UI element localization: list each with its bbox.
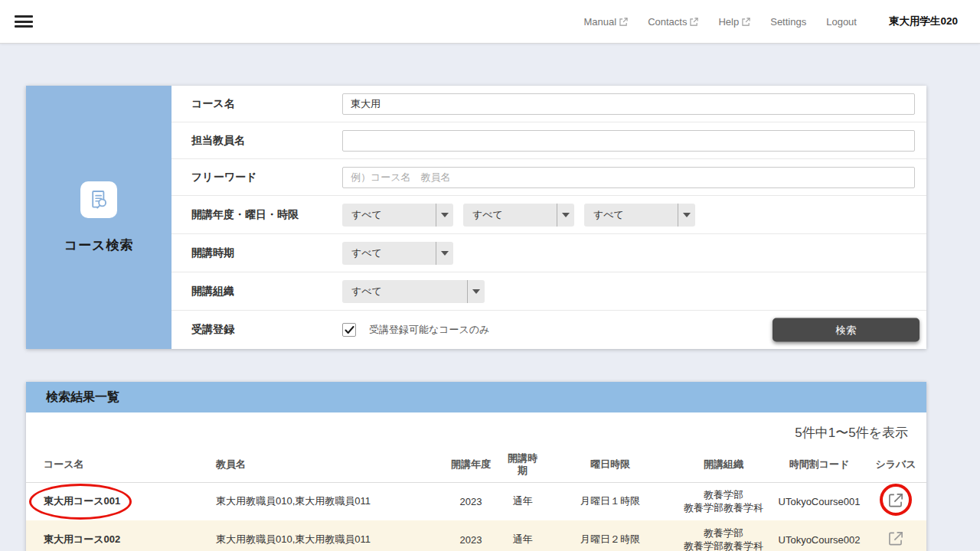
chevron-down-icon [436,204,453,227]
chevron-down-icon [467,280,485,303]
form-row-year-day-period: 開講年度・曜日・時限 すべて すべて すべて [172,196,926,234]
nav-help-link[interactable]: Help [718,16,750,28]
external-link-icon [619,18,628,26]
organization-cell: 教養学部 教養学部教養学科 [674,520,773,551]
syllabus-cell [865,482,926,520]
teacher-name-input[interactable] [342,130,915,152]
logged-in-username: 東大用学生020 [889,15,958,28]
external-link-icon [742,18,750,26]
nav-contacts-link[interactable]: Contacts [648,16,698,28]
syllabus-cell [865,520,926,551]
course-name-link[interactable]: 東大用コース001 [26,482,210,520]
teachers-cell: 東大用教職員010,東大用教職員011 [210,482,443,520]
results-header: 検索結果一覧 [26,382,926,412]
hamburger-menu-icon[interactable] [15,15,33,28]
results-table-header-row: コース名 教員名 開講年度 開講時期 曜日時限 開講組織 時間割コード シラバス [26,447,926,482]
year-day-period-label: 開講年度・曜日・時限 [172,208,342,222]
column-header-syllabus: シラバス [865,447,926,482]
term-cell: 通年 [498,520,547,551]
term-select[interactable]: すべて [342,242,453,265]
year-select[interactable]: すべて [342,204,453,227]
results-title: 検索結果一覧 [46,390,119,406]
chevron-down-icon [436,242,453,265]
column-header-year: 開講年度 [443,447,498,482]
form-row-course-name: コース名 [172,86,926,122]
year-cell: 2023 [443,520,498,551]
registration-checkbox[interactable] [342,323,356,337]
results-table: コース名 教員名 開講年度 開講時期 曜日時限 開講組織 時間割コード シラバス… [26,447,926,551]
day-select[interactable]: すべて [463,204,574,227]
organization-label: 開講組織 [172,285,342,298]
column-header-term: 開講時期 [498,447,547,482]
course-name-label: コース名 [172,97,342,111]
day-select-value: すべて [463,208,557,222]
teacher-name-label: 担当教員名 [172,134,342,148]
day-period-cell: 月曜日１時限 [547,482,674,520]
timetable-code-cell: UTokyoCourse002 [773,520,865,551]
search-form: コース名 担当教員名 フリーワード 開講年度・曜日・時限 すべて [172,86,926,349]
nav-logout-label: Logout [826,16,857,28]
column-header-day-period: 曜日時限 [547,447,674,482]
term-cell: 通年 [498,482,547,520]
registration-checkbox-label: 受講登録可能なコースのみ [369,323,490,337]
external-link-icon [690,18,698,26]
course-search-panel: コース検索 コース名 担当教員名 フリーワード 開講年度・曜日・時限 す [26,86,926,349]
nav-manual-link[interactable]: Manual [584,16,629,28]
term-label: 開講時期 [172,246,342,260]
period-select-value: すべて [584,208,678,222]
form-row-free-word: フリーワード [172,159,926,196]
nav-settings-link[interactable]: Settings [770,16,806,28]
column-header-organization: 開講組織 [674,447,773,482]
year-select-value: すべて [342,208,436,222]
free-word-input[interactable] [342,167,915,188]
day-period-cell: 月曜日２時限 [547,520,674,551]
course-name-link[interactable]: 東大用コース002 [26,520,210,551]
organization-select-value: すべて [342,285,467,298]
term-select-value: すべて [342,246,436,260]
search-button[interactable]: 検索 [773,318,920,342]
search-results-panel: 検索結果一覧 5件中1〜5件を表示 コース名 教員名 開講年度 開講時期 曜日時… [26,382,926,551]
column-header-teachers: 教員名 [210,447,443,482]
nav-contacts-label: Contacts [648,16,687,28]
result-count-text: 5件中1〜5件を表示 [26,412,926,442]
year-cell: 2023 [443,482,498,520]
chevron-down-icon [678,204,695,227]
nav-help-label: Help [718,16,739,28]
column-header-course-name: コース名 [26,447,210,482]
column-header-timetable-code: 時間割コード [773,447,865,482]
registration-label: 受講登録 [172,323,342,337]
search-panel-title: コース検索 [64,236,134,254]
top-navigation: Manual Contacts Help Settings Logout 東大用… [584,15,958,28]
table-row: 東大用コース002 東大用教職員010,東大用教職員011 2023 通年 月曜… [26,520,926,551]
top-bar: Manual Contacts Help Settings Logout 東大用… [0,0,980,44]
table-row: 東大用コース001 東大用教職員010,東大用教職員011 2023 通年 月曜… [26,482,926,520]
period-select[interactable]: すべて [584,204,695,227]
chevron-down-icon [557,204,574,227]
form-row-registration: 受講登録 受講登録可能なコースのみ 検索 [172,311,926,349]
nav-logout-link[interactable]: Logout [826,16,857,28]
organization-cell: 教養学部 教養学部教養学科 [674,482,773,520]
form-row-term: 開講時期 すべて [172,234,926,272]
syllabus-external-link-icon[interactable] [886,491,906,510]
nav-settings-label: Settings [770,16,806,28]
syllabus-external-link-icon[interactable] [886,529,906,549]
free-word-label: フリーワード [172,171,342,184]
course-name-input[interactable] [342,93,915,115]
organization-select[interactable]: すべて [342,280,485,303]
form-row-teacher-name: 担当教員名 [172,122,926,159]
form-row-organization: 開講組織 すべて [172,272,926,311]
nav-manual-label: Manual [584,16,617,28]
timetable-code-cell: UTokyoCourse001 [773,482,865,520]
teachers-cell: 東大用教職員010,東大用教職員011 [210,520,443,551]
course-search-icon [80,181,117,218]
search-panel-sidebar: コース検索 [26,86,172,349]
